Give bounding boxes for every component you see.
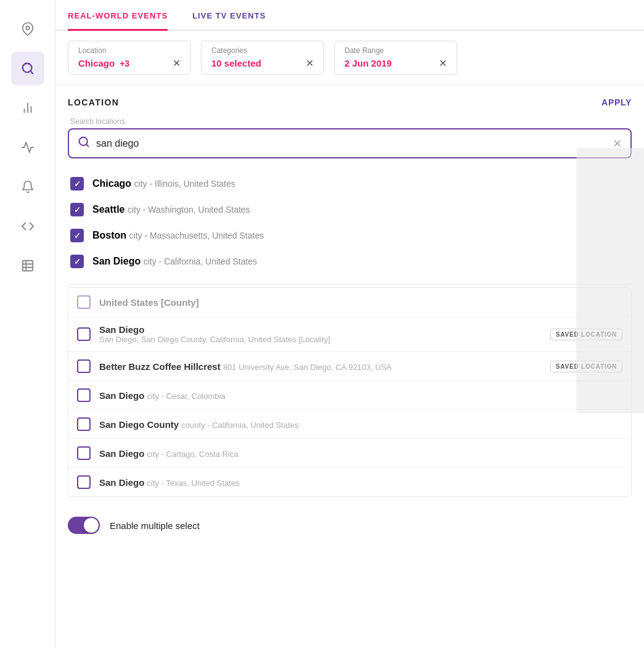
result-item-san-diego-locality[interactable]: San Diego San Diego, San Diego County, C… [68, 317, 631, 352]
result-name-better-buzz: Better Buzz Coffee Hillcrest 801 Univers… [99, 361, 542, 372]
search-input[interactable] [96, 138, 606, 149]
result-name-us-county: United States [County] [99, 297, 622, 308]
svg-line-2 [30, 71, 33, 73]
sidebar-icon-location[interactable] [11, 12, 44, 46]
multiple-select-toggle[interactable] [68, 517, 100, 534]
sidebar [0, 0, 55, 648]
checkbox-chicago[interactable] [70, 177, 84, 191]
main-content: Real-World Events Live TV Events Locatio… [55, 0, 644, 648]
checked-item-seattle-name: Seattle city - Washington, United States [92, 204, 250, 215]
checkbox-seattle[interactable] [70, 203, 84, 216]
separator [68, 284, 632, 285]
date-range-filter-label: Date Range [344, 46, 447, 55]
checked-item-chicago[interactable]: Chicago city - Illinois, United States [68, 171, 632, 197]
sidebar-icon-chart[interactable] [11, 91, 44, 125]
result-item-san-diego-texas[interactable]: San Diego city - Texas, United States [68, 468, 631, 496]
results-container: United States [County] San Diego San Die… [68, 287, 632, 497]
sidebar-icon-trending[interactable] [11, 131, 44, 164]
result-item-san-diego-county[interactable]: San Diego County county - California, Un… [68, 410, 631, 439]
checked-items-list: Chicago city - Illinois, United States S… [68, 171, 632, 274]
date-range-filter[interactable]: Date Range 2 Jun 2019 ✕ [334, 41, 457, 75]
categories-filter-label: Categories [211, 46, 314, 55]
result-item-us-county[interactable]: United States [County] [68, 288, 631, 317]
result-item-better-buzz[interactable]: Better Buzz Coffee Hillcrest 801 Univers… [68, 352, 631, 381]
toggle-label: Enable multiple select [110, 520, 200, 531]
checked-item-boston[interactable]: Boston city - Massachusetts, United Stat… [68, 223, 632, 248]
checkbox-san-diego-costa-rica[interactable] [77, 446, 91, 460]
result-name-san-diego-locality: San Diego [99, 324, 542, 335]
result-name-san-diego-county: San Diego County county - California, Un… [99, 419, 622, 430]
apply-button[interactable]: APPLY [601, 97, 632, 107]
checked-item-seattle[interactable]: Seattle city - Washington, United States [68, 197, 632, 223]
location-title: LOCATION [68, 97, 119, 107]
filter-row: Location Chicago +3 ✕ Categories 10 sele… [55, 31, 644, 85]
svg-point-0 [26, 26, 30, 30]
location-filter-value: Chicago [78, 58, 115, 68]
categories-filter[interactable]: Categories 10 selected ✕ [201, 41, 324, 75]
search-icon [78, 136, 90, 151]
right-overlay [576, 148, 644, 413]
checkbox-better-buzz[interactable] [77, 359, 91, 373]
date-range-filter-clear[interactable]: ✕ [439, 57, 447, 69]
checkbox-san-diego-county[interactable] [77, 417, 91, 431]
checked-item-boston-name: Boston city - Massachusetts, United Stat… [92, 230, 264, 241]
checkbox-boston[interactable] [70, 229, 84, 242]
checked-item-san-diego-name: San Diego city - California, United Stat… [92, 256, 257, 267]
location-panel: LOCATION APPLY Search locations ✕ Chicag… [68, 97, 632, 544]
location-filter-plus: +3 [120, 59, 129, 68]
location-filter-label: Location [78, 46, 181, 55]
svg-line-11 [86, 144, 89, 147]
location-header: LOCATION APPLY [68, 97, 632, 107]
checked-item-chicago-name: Chicago city - Illinois, United States [92, 178, 235, 189]
tab-live-tv-events[interactable]: Live TV Events [192, 0, 266, 31]
svg-rect-6 [22, 261, 33, 271]
categories-filter-clear[interactable]: ✕ [306, 57, 314, 69]
result-item-san-diego-colombia[interactable]: San Diego city - Cesar, Colombia [68, 381, 631, 410]
result-name-san-diego-colombia: San Diego city - Cesar, Colombia [99, 390, 622, 401]
location-filter-clear[interactable]: ✕ [173, 57, 181, 69]
results-scroll[interactable]: United States [County] San Diego San Die… [68, 288, 631, 496]
checkbox-san-diego[interactable] [70, 255, 84, 268]
location-filter[interactable]: Location Chicago +3 ✕ [68, 41, 191, 75]
sidebar-icon-list[interactable] [11, 249, 44, 282]
checked-item-san-diego[interactable]: San Diego city - California, United Stat… [68, 248, 632, 274]
search-container: ✕ [68, 128, 632, 158]
toggle-row: Enable multiple select [68, 512, 632, 544]
categories-filter-value: 10 selected [211, 58, 261, 68]
checkbox-san-diego-colombia[interactable] [77, 388, 91, 402]
result-name-san-diego-texas: San Diego city - Texas, United States [99, 477, 622, 488]
result-sub-san-diego-locality: San Diego, San Diego County, California,… [99, 335, 542, 344]
result-name-san-diego-costa-rica: San Diego city - Cartago, Costa Rica [99, 448, 622, 459]
sidebar-icon-code[interactable] [11, 210, 44, 243]
tab-nav: Real-World Events Live TV Events [55, 0, 644, 31]
checkbox-san-diego-locality[interactable] [77, 327, 91, 341]
sidebar-icon-search[interactable] [11, 52, 44, 85]
search-label: Search locations [68, 117, 632, 126]
date-range-filter-value: 2 Jun 2019 [344, 58, 392, 68]
toggle-knob [84, 518, 99, 533]
sidebar-icon-bell[interactable] [11, 170, 44, 203]
result-item-san-diego-costa-rica[interactable]: San Diego city - Cartago, Costa Rica [68, 439, 631, 468]
checkbox-san-diego-texas[interactable] [77, 475, 91, 489]
tab-real-world-events[interactable]: Real-World Events [68, 0, 168, 31]
checkbox-us-county[interactable] [77, 295, 91, 309]
